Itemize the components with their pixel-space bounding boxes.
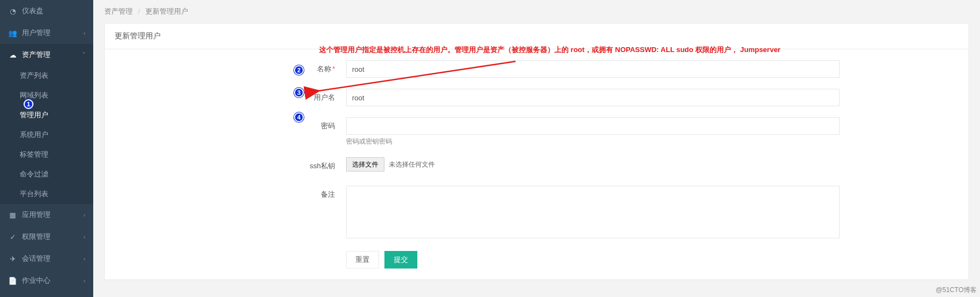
note-textarea[interactable] [346,186,840,238]
sidebar-item-label: 权限管理 [22,232,50,242]
sidebar-sub-domain-list[interactable]: 网域列表 [0,85,93,105]
file-icon: 📄 [8,277,18,285]
sidebar-sub-platform[interactable]: 平台列表 [0,184,93,204]
sidebar-item-label: 仪表盘 [22,6,43,16]
breadcrumb-current: 更新管理用户 [145,7,188,15]
panel-title: 更新管理用户 [105,24,968,49]
cloud-icon: ☁ [8,51,18,59]
sidebar-item-dashboard[interactable]: ◔ 仪表盘 [0,0,93,22]
username-input[interactable] [346,89,840,106]
submit-button[interactable]: 提交 [384,251,417,269]
password-input[interactable] [346,117,840,135]
breadcrumb-sep: / [138,7,140,15]
form-panel: 更新管理用户 名称* 用户名 密码 密码或密钥密码 ssh私钥 [104,23,969,280]
sidebar-item-apps[interactable]: ▦ 应用管理 ‹ [0,204,93,226]
sidebar-item-label: 资产列表 [20,71,48,81]
users-icon: 👥 [8,29,18,37]
sidebar-item-jobs[interactable]: 📄 作业中心 ‹ [0,270,93,292]
choose-file-button[interactable]: 选择文件 [346,157,384,172]
chevron-left-icon: ‹ [83,30,86,36]
sidebar-item-label: 会话管理 [22,254,50,264]
name-input[interactable] [346,60,840,78]
sidebar-item-sessions[interactable]: ✈ 会话管理 ‹ [0,248,93,270]
sidebar-item-label: 标签管理 [20,150,48,159]
sidebar-sub-asset-list[interactable]: 资产列表 [0,66,93,85]
sidebar-sub-label[interactable]: 标签管理 [0,145,93,164]
sidebar-item-label: 平台列表 [20,189,48,199]
sidebar-item-label: 网域列表 [20,90,48,100]
sidebar-item-label: 应用管理 [22,210,50,220]
content-area: 资产管理 / 更新管理用户 更新管理用户 名称* 用户名 密码 密码或密钥密码 [93,0,980,297]
chevron-down-icon: ˅ [82,52,86,59]
breadcrumb-link-assets[interactable]: 资产管理 [104,7,133,15]
sidebar-item-label: 用户管理 [22,28,50,38]
label-password: 密码 [105,117,346,146]
sidebar-item-label: 管理用户 [20,110,48,120]
sidebar-item-users[interactable]: 👥 用户管理 ‹ [0,22,93,44]
sidebar-item-label: 作业中心 [22,276,50,285]
label-username: 用户名 [105,89,346,106]
password-help: 密码或密钥密码 [346,137,840,146]
annotation-badge-1: 1 [24,99,33,109]
grid-icon: ▦ [8,211,18,219]
sidebar-sub-admin-user[interactable]: 管理用户 [0,105,93,125]
sidebar: ◔ 仪表盘 👥 用户管理 ‹ ☁ 资产管理 ˅ 资产列表 网域列表 管理用户 系… [0,0,93,297]
sidebar-submenu-assets: 资产列表 网域列表 管理用户 系统用户 标签管理 命令过滤 平台列表 [0,66,93,204]
file-status: 未选择任何文件 [389,160,435,169]
breadcrumb: 资产管理 / 更新管理用户 [93,0,980,23]
annotation-badge-3: 3 [294,88,304,98]
chevron-left-icon: ‹ [83,212,86,218]
sidebar-sub-system-user[interactable]: 系统用户 [0,125,93,145]
chevron-left-icon: ‹ [83,277,86,284]
dashboard-icon: ◔ [8,7,18,15]
label-name: 名称* [105,60,346,78]
chevron-left-icon: ‹ [83,233,86,240]
sidebar-item-perms[interactable]: ✓ 权限管理 ‹ [0,226,93,248]
annotation-badge-2: 2 [294,65,304,75]
check-icon: ✓ [8,233,18,241]
sidebar-item-label: 资产管理 [22,50,50,60]
label-sshkey: ssh私钥 [105,157,346,175]
annotation-badge-4: 4 [294,112,304,122]
sidebar-sub-cmd-filter[interactable]: 命令过滤 [0,164,93,184]
label-note: 备注 [105,186,346,240]
watermark: @51CTO博客 [936,285,977,295]
reset-button[interactable]: 重置 [346,251,379,269]
sidebar-item-label: 系统用户 [20,130,48,140]
sidebar-item-assets[interactable]: ☁ 资产管理 ˅ [0,44,93,66]
sidebar-item-label: 命令过滤 [20,169,48,179]
chevron-left-icon: ‹ [83,255,86,262]
plane-icon: ✈ [8,255,18,263]
